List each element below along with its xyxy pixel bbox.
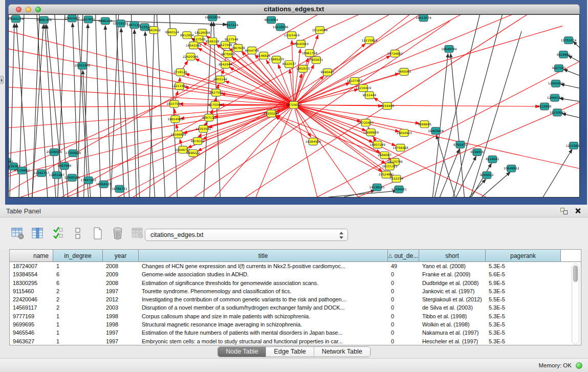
table-row[interactable]: 977716911998Corpus callosum shape and si… bbox=[10, 312, 571, 320]
graph-node[interactable]: 17334261 bbox=[391, 186, 407, 193]
cell-name[interactable]: 9115460 bbox=[10, 287, 53, 295]
deselect-rows-button[interactable] bbox=[70, 226, 85, 241]
graph-node[interactable]: 10688609 bbox=[363, 129, 379, 136]
cell-name[interactable]: 9699695 bbox=[10, 320, 53, 329]
cell-in_degree[interactable]: 6 bbox=[53, 279, 103, 287]
graph-node[interactable]: 19654985 bbox=[167, 116, 183, 123]
graph-node[interactable]: 1527602 bbox=[81, 16, 95, 23]
graph-node[interactable]: 8960124 bbox=[165, 29, 179, 36]
graph-node[interactable]: 9159416 bbox=[470, 149, 484, 156]
table-row[interactable]: 946362711997Embryonic stem cells: a mode… bbox=[10, 337, 571, 345]
cell-name[interactable]: 9465546 bbox=[10, 329, 53, 337]
cell-short[interactable]: Jankovic et al. (1997) bbox=[419, 287, 486, 295]
cell-year[interactable]: 1997 bbox=[103, 329, 139, 337]
graph-node[interactable]: 19756928 bbox=[393, 144, 408, 151]
cell-out_de[interactable]: 0 bbox=[388, 287, 419, 295]
cell-title[interactable]: Embryonic stem cells: a model to study s… bbox=[139, 337, 388, 345]
cell-year[interactable]: 1997 bbox=[103, 337, 139, 345]
table-row[interactable]: 1938455462009Genome-wide association stu… bbox=[10, 270, 571, 278]
graph-node[interactable]: 16640910 bbox=[293, 40, 309, 48]
graph-node[interactable]: 16958107 bbox=[96, 181, 112, 188]
graph-node[interactable]: 11451947 bbox=[49, 171, 65, 179]
cell-name[interactable]: 22420046 bbox=[10, 295, 53, 303]
graph-node[interactable]: 7955871 bbox=[310, 57, 323, 64]
network-window-titlebar[interactable]: citations_edges.txt bbox=[8, 4, 580, 14]
graph-node[interactable]: 8170044 bbox=[208, 101, 222, 108]
cell-title[interactable]: Corpus callosum shape and size in male p… bbox=[139, 312, 388, 320]
graph-node[interactable]: 19218586 bbox=[273, 24, 289, 31]
graph-node[interactable]: 18807249 bbox=[369, 141, 385, 148]
graph-node[interactable]: 8186328 bbox=[206, 38, 220, 45]
graph-node[interactable]: 2867608 bbox=[231, 45, 245, 52]
cell-short[interactable]: Stergiakouli et al. (2012) bbox=[419, 295, 486, 303]
show-columns-button[interactable] bbox=[30, 226, 46, 241]
graph-node[interactable]: 16648784 bbox=[441, 46, 457, 53]
graph-node[interactable]: 16543382 bbox=[186, 42, 202, 49]
cell-pagerank[interactable]: 5.3E-5 bbox=[486, 337, 561, 345]
graph-node[interactable]: 16053809 bbox=[205, 15, 221, 21]
cell-title[interactable]: Changes of HCN gene expression and I(f) … bbox=[139, 262, 388, 270]
column-header-in_degree[interactable]: in_degree bbox=[53, 250, 103, 262]
cell-name[interactable]: 14569117 bbox=[10, 303, 53, 312]
cell-pagerank[interactable]: 5.3E-5 bbox=[486, 312, 561, 320]
cell-pagerank[interactable]: 5.3E-5 bbox=[486, 329, 561, 337]
cell-pagerank[interactable]: 5.3E-5 bbox=[486, 287, 561, 295]
cell-out_de[interactable]: 0 bbox=[388, 295, 419, 303]
graph-node[interactable]: 10653267 bbox=[64, 15, 80, 22]
new-column-button[interactable] bbox=[90, 226, 105, 241]
cell-title[interactable]: Disruption of a novel member of a sodium… bbox=[139, 303, 388, 312]
cell-out_de[interactable]: 0 bbox=[388, 312, 419, 320]
graph-node[interactable]: 7663822 bbox=[147, 27, 161, 34]
cell-in_degree[interactable]: 6 bbox=[53, 270, 103, 278]
cell-title[interactable]: Estimation of the future numbers of pati… bbox=[139, 329, 388, 337]
cell-pagerank[interactable]: 5.3E-5 bbox=[486, 303, 561, 312]
cell-short[interactable]: Dudbridge et al. (2008) bbox=[419, 279, 486, 287]
graph-node[interactable]: 14136141 bbox=[369, 184, 385, 191]
graph-node[interactable]: 12353591 bbox=[195, 125, 211, 133]
graph-node[interactable]: 18107554 bbox=[166, 100, 182, 107]
column-header-year[interactable]: year bbox=[103, 250, 139, 262]
graph-node[interactable]: 8322037 bbox=[282, 60, 296, 68]
graph-node[interactable]: 8215958 bbox=[538, 103, 552, 110]
cell-in_degree[interactable]: 2 bbox=[53, 303, 103, 312]
cell-name[interactable]: 9777169 bbox=[10, 312, 53, 320]
table-row[interactable]: 2242004622012Investigating the contribut… bbox=[10, 295, 571, 303]
graph-node[interactable]: 19654923 bbox=[396, 129, 412, 137]
tab-network-table[interactable]: Network Table bbox=[314, 347, 370, 357]
cell-short[interactable]: Hescheler et al. (1997) bbox=[419, 337, 486, 345]
delete-column-button[interactable] bbox=[110, 226, 125, 241]
cell-short[interactable]: Franke et al. (2009) bbox=[419, 270, 486, 278]
cell-in_degree[interactable]: 1 bbox=[53, 337, 103, 345]
graph-node[interactable]: 14055724 bbox=[9, 15, 24, 23]
close-panel-icon[interactable] bbox=[574, 207, 581, 214]
left-dock-handle[interactable] bbox=[0, 76, 4, 84]
cell-short[interactable]: Nakamura et al. (1997) bbox=[419, 329, 486, 337]
cell-in_degree[interactable]: 1 bbox=[53, 262, 103, 270]
cell-pagerank[interactable]: 5.6E-5 bbox=[486, 270, 561, 278]
graph-node[interactable]: 19166829 bbox=[170, 131, 186, 138]
cell-pagerank[interactable]: 5.5E-5 bbox=[486, 295, 561, 303]
cell-in_degree[interactable]: 1 bbox=[53, 320, 103, 329]
graph-node[interactable]: 9245012 bbox=[480, 171, 494, 179]
network-canvas[interactable]: 1405572420691406106532671527602646616010… bbox=[8, 14, 580, 198]
cell-year[interactable]: 2009 bbox=[103, 270, 139, 278]
select-all-rows-button[interactable] bbox=[50, 226, 66, 241]
cell-out_de[interactable]: 49 bbox=[388, 262, 419, 270]
graph-node[interactable]: 15124549 bbox=[312, 27, 328, 34]
cell-in_degree[interactable]: 1 bbox=[53, 329, 103, 337]
graph-node[interactable]: 1362615 bbox=[296, 65, 310, 72]
cell-out_de[interactable]: 0 bbox=[388, 270, 419, 278]
graph-node[interactable]: 9097588 bbox=[57, 162, 71, 169]
graph-node[interactable]: 13216419 bbox=[356, 84, 372, 92]
cell-out_de[interactable]: 0 bbox=[388, 320, 419, 329]
table-row[interactable]: 969969511998Structural magnetic resonanc… bbox=[10, 320, 571, 329]
cell-year[interactable]: 1997 bbox=[103, 287, 139, 295]
table-row[interactable]: 1830029562008Estimation of significance … bbox=[10, 279, 571, 287]
graph-node[interactable]: 12213381 bbox=[171, 82, 187, 90]
graph-node[interactable]: 12103654 bbox=[566, 142, 579, 149]
cell-short[interactable]: Yano et al. (2008) bbox=[419, 262, 486, 270]
cell-title[interactable]: Estimation of significance thresholds fo… bbox=[139, 279, 388, 287]
graph-node[interactable]: 2803144 bbox=[213, 76, 227, 83]
tab-edge-table[interactable]: Edge Table bbox=[266, 347, 313, 357]
column-header-short[interactable]: short bbox=[419, 250, 486, 262]
